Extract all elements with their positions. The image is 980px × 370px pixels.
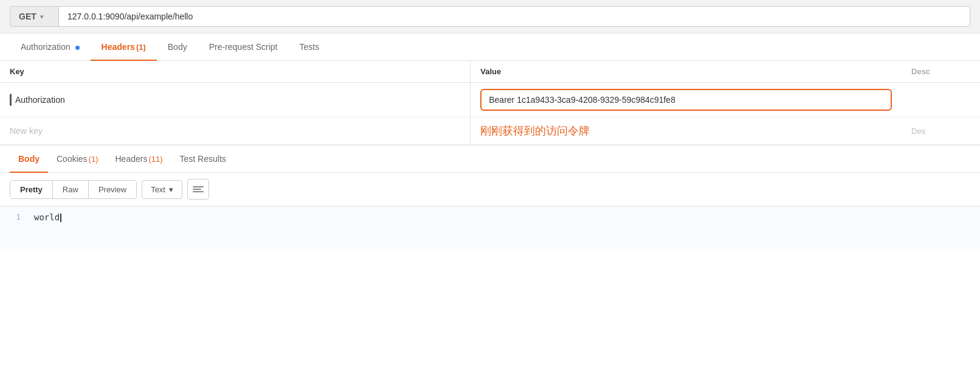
new-value-cell: 刚刚获得到的访问令牌 xyxy=(471,117,902,145)
table-row: Authorization Bearer 1c1a9433-3ca9-4208-… xyxy=(0,83,980,117)
tab-response-headers[interactable]: Headers(11) xyxy=(106,145,171,172)
code-content: world xyxy=(27,212,980,243)
new-desc-cell: Des xyxy=(902,117,980,145)
tab-body[interactable]: Body xyxy=(157,33,198,60)
request-tabs: Authorization Headers(1) Body Pre-reques… xyxy=(0,33,980,61)
tab-pre-request-script[interactable]: Pre-request Script xyxy=(198,33,289,60)
method-chevron-icon: ▾ xyxy=(40,13,43,20)
headers-table: Key Value Desc Authorization Bearer 1c1a… xyxy=(0,61,980,145)
new-key-row: New key 刚刚获得到的访问令牌 Des xyxy=(0,117,980,145)
new-key-placeholder: New key xyxy=(10,126,43,136)
tab-authorization[interactable]: Authorization xyxy=(10,33,91,60)
line-number: 1 xyxy=(6,212,21,222)
code-line: world xyxy=(34,212,973,222)
authorization-dot xyxy=(75,46,80,50)
highlighted-value[interactable]: Bearer 1c1a9433-3ca9-4208-9329-59c984c91… xyxy=(480,89,892,111)
desc-cell xyxy=(902,83,980,117)
value-column-header: Value xyxy=(471,61,902,83)
key-column-header: Key xyxy=(0,61,471,83)
tab-headers[interactable]: Headers(1) xyxy=(91,33,157,60)
desc-column-header: Desc xyxy=(902,61,980,83)
preview-button[interactable]: Preview xyxy=(89,181,136,198)
type-chevron-icon: ▾ xyxy=(169,185,173,194)
annotation-text: 刚刚获得到的访问令牌 xyxy=(480,125,590,137)
method-select[interactable]: GET ▾ xyxy=(10,6,58,27)
tab-test-results[interactable]: Test Results xyxy=(171,145,235,172)
raw-button[interactable]: Raw xyxy=(53,181,89,198)
wrap-button[interactable] xyxy=(187,179,209,200)
tab-response-cookies[interactable]: Cookies(1) xyxy=(48,145,106,172)
value-cell[interactable]: Bearer 1c1a9433-3ca9-4208-9329-59c984c91… xyxy=(471,83,902,117)
tab-response-body[interactable]: Body xyxy=(10,145,48,172)
line-numbers: 1 xyxy=(0,212,27,243)
format-group: Pretty Raw Preview xyxy=(10,180,137,199)
new-key-cell[interactable]: New key xyxy=(0,117,471,145)
method-label: GET xyxy=(19,12,36,21)
url-bar: GET ▾ xyxy=(0,0,980,33)
key-cell: Authorization xyxy=(0,83,471,117)
response-tabs: Body Cookies(1) Headers(11) Test Results xyxy=(0,145,980,173)
key-value: Authorization xyxy=(15,95,65,105)
headers-section: Key Value Desc Authorization Bearer 1c1a… xyxy=(0,61,980,145)
tab-tests[interactable]: Tests xyxy=(289,33,331,60)
cursor xyxy=(60,214,61,222)
type-select-label: Text xyxy=(151,185,165,194)
pretty-button[interactable]: Pretty xyxy=(10,181,53,198)
wrap-icon xyxy=(193,186,204,192)
key-bar-indicator xyxy=(10,94,12,106)
type-select[interactable]: Text ▾ xyxy=(142,180,182,199)
code-area: 1 world xyxy=(0,206,980,249)
format-bar: Pretty Raw Preview Text ▾ xyxy=(0,173,980,206)
url-input[interactable] xyxy=(58,6,970,27)
